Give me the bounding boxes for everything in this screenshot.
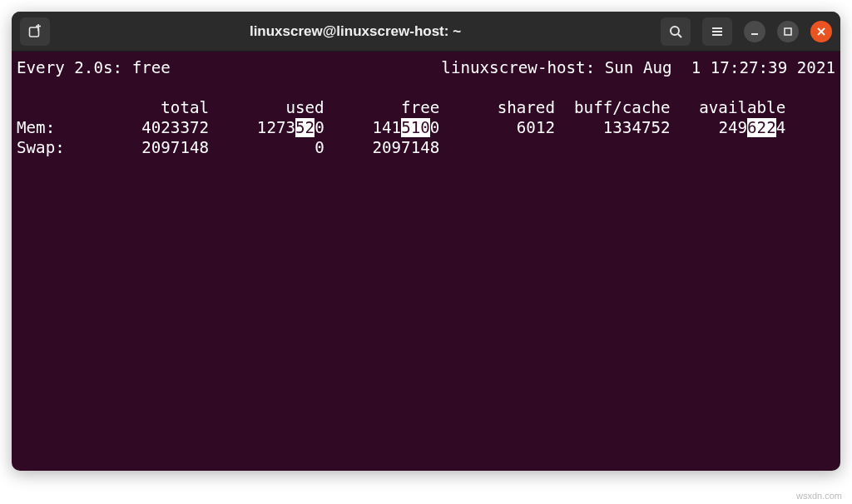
col-total: total <box>161 98 209 117</box>
minimize-button[interactable] <box>744 21 765 42</box>
col-shared: shared <box>498 98 555 117</box>
mem-free-diff: 510 <box>401 118 430 137</box>
mem-avail-diff: 622 <box>747 118 776 137</box>
svg-point-5 <box>671 27 679 35</box>
swap-total: 2097148 <box>141 138 209 157</box>
svg-line-6 <box>678 34 681 37</box>
maximize-button[interactable] <box>777 21 799 42</box>
mem-label: Mem: <box>17 118 55 137</box>
mem-row: Mem: 4023372 1273520 1415100 6012 133475… <box>17 118 785 137</box>
close-button[interactable] <box>810 21 832 42</box>
close-icon <box>816 27 826 37</box>
mem-buffcache: 1334752 <box>603 118 671 137</box>
minimize-icon <box>750 27 760 37</box>
menu-button[interactable] <box>702 17 732 46</box>
hamburger-icon <box>710 24 725 39</box>
search-button[interactable] <box>661 17 691 46</box>
watch-command: free <box>132 58 171 77</box>
mem-used-c: 0 <box>315 118 324 137</box>
mem-avail-a: 249 <box>718 118 747 137</box>
col-used: used <box>285 98 324 117</box>
mem-free-c: 0 <box>430 118 440 137</box>
maximize-icon <box>783 27 793 37</box>
col-free: free <box>401 98 439 117</box>
new-tab-icon <box>27 24 42 39</box>
swap-row: Swap: 2097148 0 2097148 <box>17 138 439 157</box>
mem-used-diff: 52 <box>295 118 315 137</box>
watermark: wsxdn.com <box>796 491 842 501</box>
swap-used: 0 <box>315 138 324 157</box>
search-icon <box>668 24 683 39</box>
mem-shared: 6012 <box>517 118 555 137</box>
terminal-window: linuxscrew@linuxscrew-host: ~ <box>12 12 840 471</box>
mem-used-a: 1273 <box>257 118 295 137</box>
titlebar: linuxscrew@linuxscrew-host: ~ <box>12 12 840 52</box>
col-available: available <box>699 98 785 117</box>
swap-label: Swap: <box>17 138 65 157</box>
mem-total: 4023372 <box>141 118 209 137</box>
window-title: linuxscrew@linuxscrew-host: ~ <box>57 23 654 40</box>
svg-rect-11 <box>785 28 791 35</box>
watch-hoststamp: linuxscrew-host: Sun Aug 1 17:27:39 2021 <box>441 58 835 78</box>
watch-interval: Every 2.0s: <box>17 58 122 77</box>
new-tab-button[interactable] <box>20 17 50 46</box>
terminal-output[interactable]: Every 2.0s: freelinuxscrew-host: Sun Aug… <box>12 52 840 165</box>
mem-free-a: 141 <box>372 118 401 137</box>
swap-free: 2097148 <box>372 138 439 157</box>
svg-rect-0 <box>30 27 39 37</box>
col-buffcache: buff/cache <box>574 98 671 117</box>
watch-header: Every 2.0s: freelinuxscrew-host: Sun Aug… <box>17 58 835 78</box>
mem-avail-c: 4 <box>776 118 786 137</box>
free-header-row: total used free shared buff/cache availa… <box>17 98 785 117</box>
